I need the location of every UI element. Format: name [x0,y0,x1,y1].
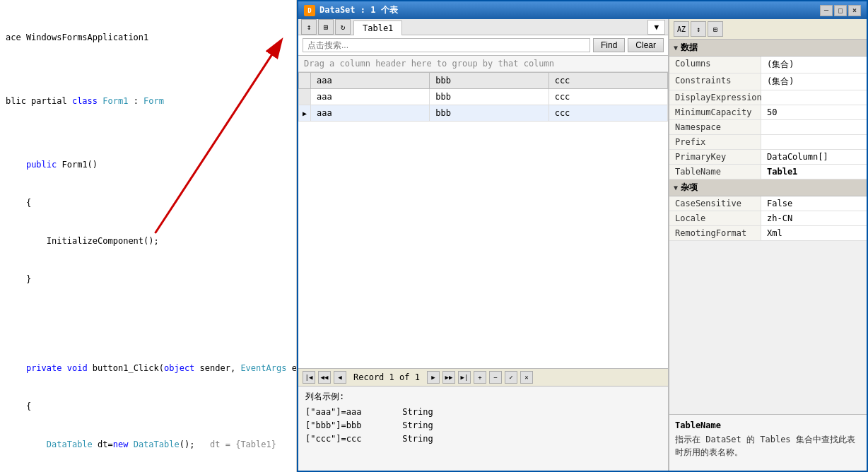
prop-name-constraints: Constraints [669,73,761,90]
az-icon[interactable]: AZ [674,21,689,37]
prop-row-remotingformat: RemotingFormat Xml [669,226,867,241]
group-header: Drag a column header here to group by th… [298,56,668,72]
info-title: 列名示例: [305,391,661,403]
minimize-button[interactable]: ─ [820,5,833,16]
dataset-left: ↕ ⊞ ↻ Table1 ▼ Find Clear Drag a column … [298,19,669,471]
prop-name-remotingformat: RemotingFormat [669,226,761,240]
find-button[interactable]: Find [593,38,625,52]
prop-row-casesensitive: CaseSensitive False [669,196,867,211]
table-row-active[interactable]: ▶ aaa bbb ccc [299,105,668,122]
dataset-titlebar: D DataSet : 1 个表 ─ □ × [298,1,867,19]
row-indicator-2: ▶ [299,105,311,122]
section-misc-label: 杂项 [681,182,698,194]
prop-row-constraints: Constraints (集合) [669,73,867,90]
prop-row-prefix: Prefix [669,135,867,150]
data-table: aaa bbb ccc aaa bbb ccc [298,72,668,368]
nav-cancel[interactable]: ✕ [520,371,533,384]
dataset-body: ↕ ⊞ ↻ Table1 ▼ Find Clear Drag a column … [298,19,867,471]
info-line-1: ["aaa"]=aaa String [305,406,661,419]
dataset-title: DataSet : 1 个表 [319,4,398,16]
prop-value-columns[interactable]: (集合) [761,57,867,73]
section-misc-header[interactable]: ▼ 杂项 [669,179,867,196]
prop-value-remotingformat[interactable]: Xml [761,226,867,240]
dataset-panel: D DataSet : 1 个表 ─ □ × ↕ ⊞ ↻ [297,0,868,472]
cell-2-bbb: bbb [430,105,549,122]
cell-1-aaa: aaa [311,89,430,105]
prop-value-tablename[interactable]: Table1 [761,165,867,179]
nav-prev-many[interactable]: ◀◀ [318,371,331,384]
search-input[interactable] [303,38,590,52]
nav-check[interactable]: ✓ [505,371,517,384]
nav-prev[interactable]: ◀ [334,371,346,384]
info-panel: 列名示例: ["aaa"]=aaa String ["bbb"]=bbb Str… [298,386,668,471]
cell-2-ccc: ccc [549,105,667,122]
row-indicator-header [299,73,311,89]
prop-name-namespace: Namespace [669,120,761,134]
grid-icon[interactable]: ⊞ [318,19,334,35]
table1-tab[interactable]: Table1 [353,20,402,35]
sort-icon[interactable]: ↕ [301,19,317,35]
tab-bar: ↕ ⊞ ↻ Table1 ▼ [298,19,668,35]
search-bar: Find Clear [298,35,668,56]
nav-delete[interactable]: − [489,371,502,384]
pages-icon[interactable]: ⊞ [708,21,723,37]
prop-row-primarykey: PrimaryKey DataColumn[] [669,150,867,165]
titlebar-controls[interactable]: ─ □ × [820,5,861,16]
code-panel: ace WindowsFormsApplication1 blic partia… [0,0,297,472]
prop-row-displayexpr: DisplayExpression [669,90,867,105]
col-header-bbb[interactable]: bbb [430,73,549,89]
col-header-aaa[interactable]: aaa [311,73,430,89]
nav-next[interactable]: ▶ [427,371,440,384]
refresh-icon[interactable]: ↻ [335,19,351,35]
sort-prop-icon[interactable]: ↕ [691,21,706,37]
prop-value-mincap[interactable]: 50 [761,105,867,119]
section-data-label: 数据 [681,42,698,54]
prop-name-primarykey: PrimaryKey [669,150,761,164]
table-row[interactable]: aaa bbb ccc [299,89,668,105]
prop-name-prefix: Prefix [669,135,761,149]
clear-button[interactable]: Clear [628,38,664,52]
prop-value-prefix[interactable] [761,135,867,149]
section-data-header[interactable]: ▼ 数据 [669,40,867,57]
table-dropdown[interactable]: ▼ [647,20,665,35]
info-line-2: ["bbb"]=bbb String [305,419,661,432]
prop-name-casesensitive: CaseSensitive [669,196,761,211]
prop-toolbar: AZ ↕ ⊞ [669,19,867,40]
nav-first[interactable]: |◀ [303,371,315,384]
nav-add[interactable]: + [474,371,486,384]
prop-row-columns: Columns (集合) [669,57,867,73]
close-button[interactable]: × [848,5,861,16]
prop-row-locale: Locale zh-CN [669,211,867,226]
code-editor[interactable]: ace WindowsFormsApplication1 blic partia… [0,0,296,472]
titlebar-title: D DataSet : 1 个表 [304,4,398,16]
prop-value-displayexpr[interactable] [761,90,867,105]
prop-row-namespace: Namespace [669,120,867,135]
dataset-icon: D [304,5,315,16]
prop-desc-title: TableName [675,420,861,430]
prop-name-columns: Columns [669,57,761,73]
col-header-ccc[interactable]: ccc [549,73,667,89]
section-misc-toggle[interactable]: ▼ [674,184,678,191]
prop-desc-text: 指示在 DataSet 的 Tables 集合中查找此表时所用的表名称。 [675,433,861,459]
prop-value-locale[interactable]: zh-CN [761,211,867,225]
prop-value-constraints[interactable]: (集合) [761,73,867,90]
prop-name-tablename: TableName [669,165,761,179]
restore-button[interactable]: □ [834,5,847,16]
dataset-window: D DataSet : 1 个表 ─ □ × ↕ ⊞ ↻ [297,0,868,472]
cell-1-bbb: bbb [430,89,549,105]
prop-desc: TableName 指示在 DataSet 的 Tables 集合中查找此表时所… [669,414,867,471]
cell-2-aaa: aaa [311,105,430,122]
prop-table: ▼ 数据 Columns (集合) Constraints (集合) Displ… [669,40,867,414]
prop-value-primarykey[interactable]: DataColumn[] [761,150,867,164]
section-data-toggle[interactable]: ▼ [674,44,678,52]
nav-last[interactable]: ▶| [458,371,471,384]
nav-next-many[interactable]: ▶▶ [442,371,455,384]
prop-row-mincap: MinimumCapacity 50 [669,105,867,120]
property-panel: AZ ↕ ⊞ ▼ 数据 Columns (集合) [669,19,867,471]
row-indicator-1 [299,89,311,105]
cell-1-ccc: ccc [549,89,667,105]
prop-value-namespace[interactable] [761,120,867,134]
prop-value-casesensitive[interactable]: False [761,196,867,211]
prop-name-locale: Locale [669,211,761,225]
prop-row-tablename: TableName Table1 [669,165,867,179]
